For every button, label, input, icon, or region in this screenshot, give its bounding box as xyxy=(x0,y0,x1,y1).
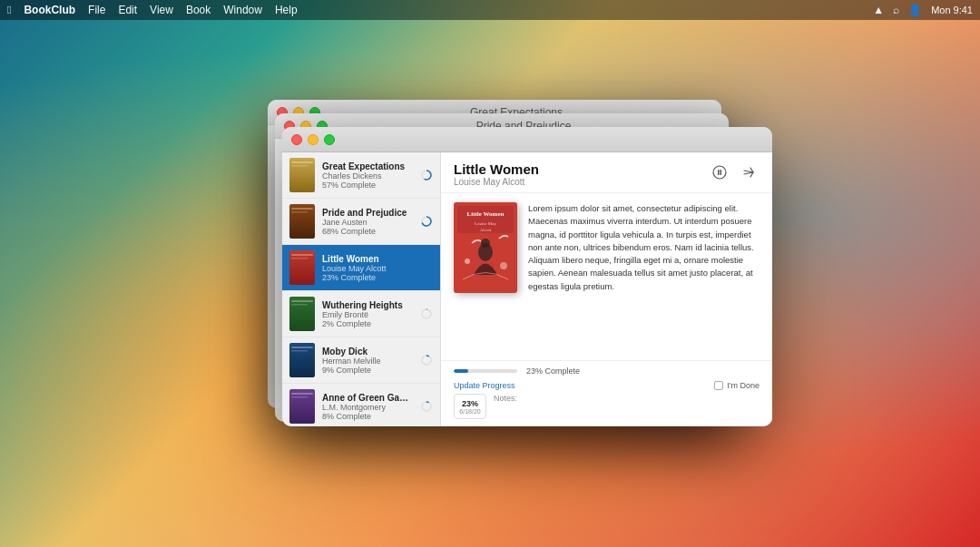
sidebar-item-wuthering-heights[interactable]: Wuthering HeightsEmily Brontë2% Complete xyxy=(282,291,440,337)
update-progress-button[interactable]: Update Progress xyxy=(454,381,515,390)
svg-rect-6 xyxy=(291,208,313,210)
svg-rect-1 xyxy=(291,161,313,163)
window-menu[interactable]: Window xyxy=(223,4,262,16)
file-menu[interactable]: File xyxy=(88,4,105,16)
progress-indicator-great-expectations xyxy=(420,169,433,181)
clock: Mon 9:41 xyxy=(931,5,973,15)
view-menu[interactable]: View xyxy=(150,4,173,16)
book-info-anne-green-gables: Anne of Green GablesL.M. Montgomery8% Co… xyxy=(322,393,413,421)
app-name-menu[interactable]: BookClub xyxy=(24,4,75,16)
sidebar-item-great-expectations[interactable]: Great ExpectationsCharles Dickens57% Com… xyxy=(282,152,440,199)
im-done-label: I'm Done xyxy=(714,381,760,390)
book-title-anne-green-gables: Anne of Green Gables xyxy=(322,393,413,403)
book-progress-pride-prejudice: 68% Complete xyxy=(322,227,413,236)
book-author-pride-prejudice: Jane Austen xyxy=(322,218,413,227)
cover-thumb-little-women xyxy=(289,250,315,285)
progress-fill xyxy=(454,369,468,373)
notes-label: Notes: xyxy=(494,394,517,403)
cover-thumb-pride-prejudice xyxy=(289,204,315,239)
book-author-wuthering-heights: Emily Brontë xyxy=(322,310,413,319)
detail-body: Little Women Louise May Alcott xyxy=(441,193,772,360)
svg-rect-31 xyxy=(720,170,722,175)
fullscreen-button[interactable] xyxy=(324,134,335,145)
detail-actions xyxy=(709,161,760,183)
book-progress-little-women: 23% Complete xyxy=(322,273,433,282)
detail-author: Louise May Alcott xyxy=(454,177,539,187)
detail-footer: 23% Complete Update Progress I'm Done 23… xyxy=(441,360,772,426)
svg-rect-30 xyxy=(718,170,720,175)
book-info-moby-dick: Moby DickHerman Melville9% Complete xyxy=(322,347,413,375)
main-titlebar xyxy=(282,127,772,152)
user-icon: 👤 xyxy=(908,4,922,16)
progress-label: 23% Complete xyxy=(526,366,580,376)
cover-thumb-wuthering-heights xyxy=(289,297,315,331)
progress-row: 23% Complete xyxy=(454,366,760,376)
svg-point-40 xyxy=(465,259,470,264)
svg-point-26 xyxy=(422,402,431,411)
menubar:  BookClub File Edit View Book Window He… xyxy=(0,0,980,20)
svg-point-41 xyxy=(500,262,507,269)
menubar-left:  BookClub File Edit View Book Window He… xyxy=(7,4,298,16)
minimize-button[interactable] xyxy=(308,134,318,145)
sidebar-item-pride-prejudice[interactable]: Pride and PrejudiceJane Austen68% Comple… xyxy=(282,199,440,245)
svg-rect-7 xyxy=(291,211,308,213)
svg-rect-12 xyxy=(291,258,308,259)
book-title-moby-dick: Moby Dick xyxy=(322,347,413,357)
sidebar-item-little-women[interactable]: Little WomenLouise May Alcott23% Complet… xyxy=(282,245,440,291)
book-progress-moby-dick: 9% Complete xyxy=(322,366,413,375)
book-title-pride-prejudice: Pride and Prejudice xyxy=(322,208,413,218)
svg-point-16 xyxy=(422,309,431,318)
progress-badge: 23% 6/18/20 xyxy=(454,394,486,419)
progress-indicator-wuthering-heights xyxy=(420,308,433,320)
book-author-anne-green-gables: L.M. Montgomery xyxy=(322,403,413,412)
book-author-little-women: Louise May Alcott xyxy=(322,264,433,273)
book-progress-great-expectations: 57% Complete xyxy=(322,181,413,190)
svg-rect-15 xyxy=(291,304,308,306)
notes-section: 23% 6/18/20 Notes: xyxy=(454,394,760,419)
progress-indicator-anne-green-gables xyxy=(420,400,433,413)
play-button[interactable] xyxy=(709,161,730,183)
detail-pane: Little Women Louise May Alcott xyxy=(441,152,772,426)
detail-header: Little Women Louise May Alcott xyxy=(441,152,772,193)
share-button[interactable] xyxy=(738,161,760,183)
book-title-wuthering-heights: Wuthering Heights xyxy=(322,300,413,310)
svg-point-21 xyxy=(422,356,431,365)
book-menu[interactable]: Book xyxy=(186,4,211,16)
progress-actions: Update Progress I'm Done xyxy=(454,381,760,390)
sidebar-item-moby-dick[interactable]: Moby DickHerman Melville9% Complete xyxy=(282,337,440,384)
svg-text:Louise May: Louise May xyxy=(475,221,497,226)
im-done-checkbox[interactable] xyxy=(714,381,723,390)
badge-percent: 23% xyxy=(462,399,478,408)
book-progress-anne-green-gables: 8% Complete xyxy=(322,412,413,421)
detail-title: Little Women xyxy=(454,161,539,177)
svg-rect-19 xyxy=(291,347,313,348)
svg-point-39 xyxy=(481,239,490,248)
apple-menu[interactable]:  xyxy=(7,4,11,16)
sidebar: Great ExpectationsCharles Dickens57% Com… xyxy=(282,152,441,426)
sidebar-item-anne-green-gables[interactable]: Anne of Green GablesL.M. Montgomery8% Co… xyxy=(282,384,440,426)
svg-rect-2 xyxy=(291,165,308,167)
svg-text:Little Women: Little Women xyxy=(467,210,505,218)
svg-rect-11 xyxy=(291,254,313,256)
svg-text:Alcott: Alcott xyxy=(480,228,492,232)
search-icon[interactable]: ⌕ xyxy=(893,4,899,16)
wifi-icon: ▲ xyxy=(873,4,884,16)
book-info-great-expectations: Great ExpectationsCharles Dickens57% Com… xyxy=(322,161,413,190)
book-info-pride-prejudice: Pride and PrejudiceJane Austen68% Comple… xyxy=(322,208,413,236)
book-title-great-expectations: Great Expectations xyxy=(322,161,413,171)
svg-rect-24 xyxy=(291,393,313,395)
progress-indicator-pride-prejudice xyxy=(420,215,433,228)
svg-rect-14 xyxy=(291,300,313,302)
progress-indicator-moby-dick xyxy=(420,354,433,366)
traffic-lights-main xyxy=(291,134,335,145)
svg-rect-25 xyxy=(291,396,308,398)
help-menu[interactable]: Help xyxy=(275,4,298,16)
edit-menu[interactable]: Edit xyxy=(118,4,137,16)
menubar-right: ▲ ⌕ 👤 Mon 9:41 xyxy=(873,4,973,16)
book-title-little-women: Little Women xyxy=(322,254,433,264)
close-button[interactable] xyxy=(291,134,302,145)
book-author-great-expectations: Charles Dickens xyxy=(322,171,413,181)
window-little-women[interactable]: Great ExpectationsCharles Dickens57% Com… xyxy=(282,127,772,426)
main-content: Great ExpectationsCharles Dickens57% Com… xyxy=(282,152,772,426)
book-info-wuthering-heights: Wuthering HeightsEmily Brontë2% Complete xyxy=(322,300,413,328)
